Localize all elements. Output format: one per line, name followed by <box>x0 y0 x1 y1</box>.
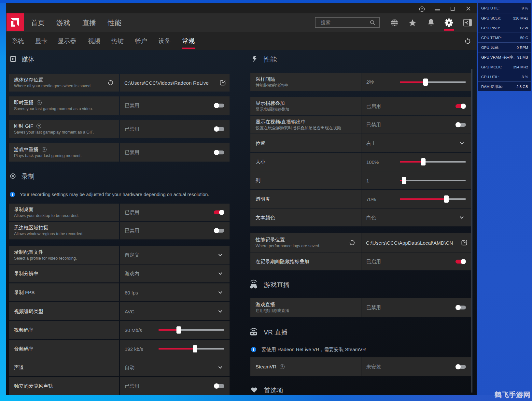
svg-text:?: ? <box>421 7 423 11</box>
